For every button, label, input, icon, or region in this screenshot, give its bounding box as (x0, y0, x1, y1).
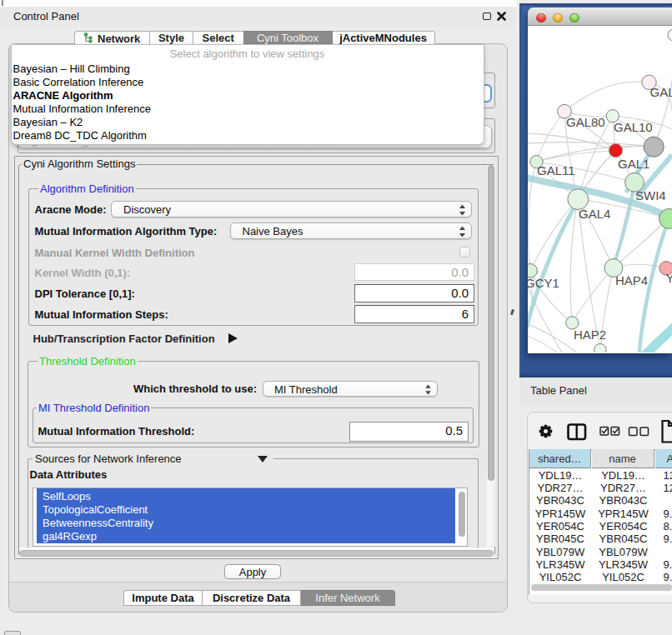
svg-text:HAP2: HAP2 (574, 328, 606, 342)
svg-text:GAL80: GAL80 (566, 115, 605, 129)
svg-text:GAL10: GAL10 (614, 120, 653, 134)
svg-text:GAL11: GAL11 (537, 163, 575, 178)
svg-text:GAL1: GAL1 (618, 157, 649, 171)
svg-text:HAP4: HAP4 (615, 273, 648, 288)
svg-text:GAL4: GAL4 (579, 207, 610, 221)
svg-text:GAL7: GAL7 (650, 85, 672, 99)
svg-text:SWI4: SWI4 (635, 188, 666, 202)
svg-text:Y: Y (666, 271, 672, 285)
svg-text:GCY1: GCY1 (528, 276, 559, 290)
